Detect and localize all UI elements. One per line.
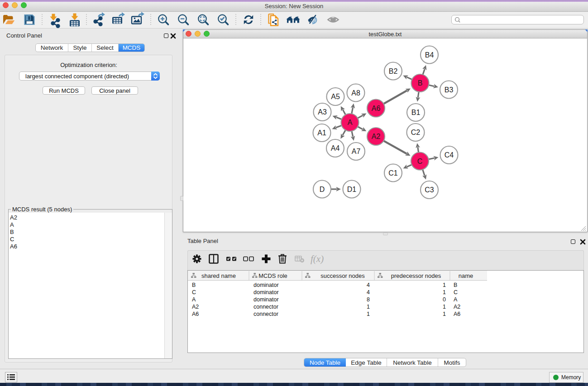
svg-text:A4: A4 [331,144,340,152]
svg-text:MCDS role: MCDS role [258,272,287,279]
svg-text:A: A [454,296,458,303]
svg-text:A8: A8 [351,89,360,97]
svg-text:A2: A2 [192,304,199,310]
svg-text:D1: D1 [347,186,357,193]
svg-text:B2: B2 [389,67,398,75]
svg-text:4: 4 [367,282,370,288]
svg-text:connector: connector [253,311,278,317]
svg-text:A2: A2 [372,133,381,140]
svg-text:f(x): f(x) [311,253,324,264]
svg-text:D: D [320,186,325,193]
svg-text:B3: B3 [445,86,454,94]
svg-text:C: C [192,289,196,295]
svg-text:C: C [454,289,458,295]
svg-text:A: A [348,119,353,126]
svg-text:B: B [192,282,196,288]
svg-text:A6: A6 [372,105,381,112]
svg-text:0: 0 [443,296,446,303]
svg-text:name: name [459,272,473,279]
svg-text:1: 1 [367,304,370,310]
svg-text:1: 1 [443,304,446,310]
svg-text:4: 4 [367,289,370,295]
svg-text:C: C [417,157,423,165]
svg-text:A6: A6 [454,311,460,317]
svg-text:successor nodes: successor nodes [320,272,365,279]
svg-text:connector: connector [253,304,278,310]
svg-text:B4: B4 [425,51,434,59]
svg-text:8: 8 [367,296,370,303]
svg-text:shared name: shared name [201,272,236,279]
svg-text:dominator: dominator [253,282,279,288]
svg-text:1: 1 [443,311,446,317]
svg-text:C2: C2 [411,129,421,136]
svg-text:predecessor nodes: predecessor nodes [391,272,441,279]
svg-text:A6: A6 [192,311,199,317]
svg-text:A7: A7 [352,148,361,155]
svg-text:B1: B1 [411,109,421,116]
svg-text:A5: A5 [331,93,340,100]
svg-text:1: 1 [443,282,446,288]
svg-text:A1: A1 [317,129,326,137]
svg-text:1: 1 [443,289,446,295]
svg-text:C4: C4 [445,151,454,159]
svg-text:dominator: dominator [253,296,279,303]
svg-text:B: B [454,282,457,288]
svg-text:A: A [192,296,196,303]
svg-text:B: B [418,79,423,87]
svg-text:A3: A3 [318,108,327,116]
svg-text:C3: C3 [425,186,434,194]
svg-text:dominator: dominator [253,289,279,295]
svg-text:C1: C1 [388,169,398,177]
svg-text:A2: A2 [454,304,460,310]
svg-text:1: 1 [367,311,370,317]
